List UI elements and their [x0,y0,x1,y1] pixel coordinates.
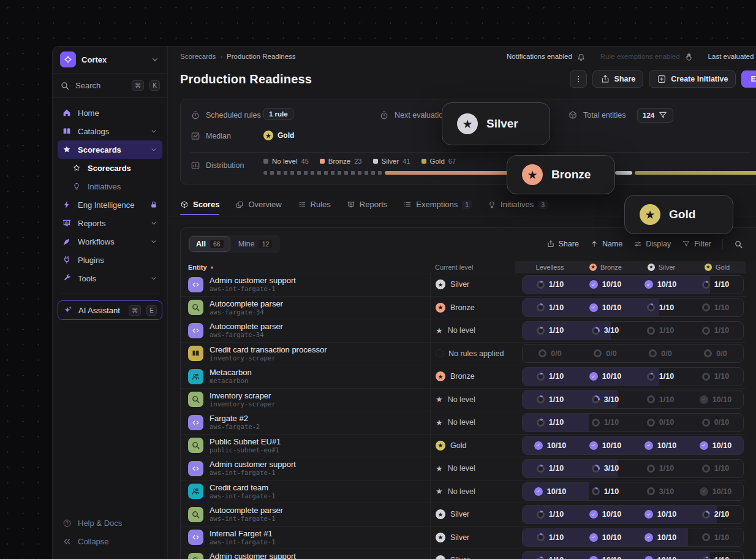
table-row[interactable]: Admin customer supportaws-int-fargate-1★… [181,457,746,480]
score-cell-bronze[interactable]: 3/10 [578,395,633,404]
score-cell-levelless[interactable]: 1/10 [523,418,578,427]
tab-scores[interactable]: Scores [180,200,219,215]
scheduled-rules-value[interactable]: 1 rule [263,108,293,120]
table-row[interactable]: Credit card teamaws-int-fargate-1★No lev… [181,480,746,503]
score-cell-bronze[interactable]: 10/10 [578,441,633,450]
score-cell-bronze[interactable]: 1/10 [578,487,633,496]
entity-name[interactable]: Metacarbon [210,368,252,377]
search-button[interactable]: Search ⌘ K [53,74,167,98]
score-cell-levelless[interactable]: 1/10 [523,280,578,289]
table-row[interactable]: Autocomplete parseraws-fargate-34★No lev… [181,319,746,342]
score-cell-gold[interactable]: 1/10 [688,556,743,559]
table-row[interactable]: Autocomplete parseraws-int-fargate-1★Sil… [181,503,746,526]
score-cell-bronze[interactable]: 1/10 [578,418,633,427]
entity-name[interactable]: Credit card team [210,483,275,492]
tab-overview[interactable]: Overview [235,200,281,215]
entity-name[interactable]: Public Subnet EU#1 [210,437,281,446]
entity-name[interactable]: Admin customer support [210,276,296,285]
sidebar-item-scorecards-sub[interactable]: Scorecards [58,159,162,177]
entity-name[interactable]: Credit card transaction processor [210,345,327,354]
score-cell-gold[interactable]: 1/10 [688,372,743,381]
score-cell-gold[interactable]: 1/10 [688,280,743,289]
column-entity[interactable]: Entity ▲ [181,261,430,273]
workspace-switcher[interactable]: Cortex [53,47,167,74]
score-cell-bronze[interactable]: 10/10 [578,303,633,312]
toolbar-share-button[interactable]: Share [546,240,579,248]
meta-item-0[interactable]: Notifications enabled [507,52,586,61]
entity-name[interactable]: Autocomplete parser [210,506,283,515]
score-cell-silver[interactable]: 10/10 [633,441,688,450]
score-cell-levelless[interactable]: 10/10 [523,487,578,496]
breadcrumb-scorecards[interactable]: Scorecards [180,53,216,60]
score-cell-levelless[interactable]: 1/10 [523,326,578,335]
sidebar-item-eng-intelligence[interactable]: Eng Intelligence [58,196,162,214]
score-cell-bronze[interactable]: 0/0 [578,349,633,358]
toolbar-display-button[interactable]: Display [633,240,671,248]
share-button[interactable]: Share [592,70,644,88]
ai-assistant-button[interactable]: AI Assistant ⌘ E [58,300,162,320]
score-cell-silver[interactable]: 0/0 [633,349,688,358]
sidebar-item-tools[interactable]: Tools [58,269,162,287]
score-cell-silver[interactable]: 1/10 [633,395,688,404]
score-cell-gold[interactable]: 0/10 [688,418,743,427]
score-cell-silver[interactable]: 1/10 [633,372,688,381]
edit-button[interactable]: Edit [741,70,756,88]
score-cell-gold[interactable]: 10/10 [688,395,743,404]
column-level-silver[interactable]: ★Silver [633,264,689,271]
score-cell-silver[interactable]: 0/10 [633,418,688,427]
entity-name[interactable]: Admin customer support [210,460,296,469]
total-entities-value[interactable]: 124 [637,108,673,123]
tab-initiatives[interactable]: Initiatives3 [488,200,548,215]
score-cell-gold[interactable]: 1/10 [688,326,743,335]
column-level-levelless[interactable]: Levelless [522,264,578,271]
toolbar-filter-button[interactable]: Filter [682,240,711,248]
sidebar-item-plugins[interactable]: Plugins [58,251,162,269]
score-cell-silver[interactable]: 1/10 [633,464,688,473]
score-cell-levelless[interactable]: 1/10 [523,510,578,519]
table-row[interactable]: Autocomplete parseraws-fargate-34★Bronze… [181,296,746,319]
sidebar-item-initiatives[interactable]: Initiatives [58,177,162,196]
entity-name[interactable]: Fargate #2 [210,414,260,423]
create-initiative-button[interactable]: Create Initiative [649,70,736,88]
meta-item-1[interactable]: Rule exemptions enabled [600,52,694,61]
score-cell-gold[interactable]: 1/10 [688,464,743,473]
column-level-gold[interactable]: ★Gold [689,264,745,271]
tab-reports[interactable]: Reports [347,200,388,215]
score-cell-bronze[interactable]: 3/10 [578,326,633,335]
score-cell-levelless[interactable]: 0/0 [523,349,578,358]
entity-name[interactable]: Autocomplete parser [210,299,283,308]
sidebar-item-collapse[interactable]: Collapse [58,532,162,550]
table-row[interactable]: Inventory scraperinventory-scraper★No le… [181,388,746,411]
more-options-button[interactable] [570,70,587,88]
score-cell-levelless[interactable]: 1/10 [523,372,578,381]
score-cell-silver[interactable]: 3/10 [633,487,688,496]
table-search-button[interactable] [734,240,743,249]
entity-name[interactable]: Inventory scraper [210,391,275,400]
table-row[interactable]: Metacarbonmetacarbon★Bronze1/1010/101/10… [181,365,746,388]
score-cell-gold[interactable]: 0/0 [688,349,743,358]
sidebar-item-help[interactable]: Help & Docs [58,514,162,532]
score-cell-gold[interactable]: 2/10 [688,510,743,519]
score-cell-levelless[interactable]: 1/10 [523,533,578,542]
score-cell-silver[interactable]: 1/10 [633,326,688,335]
entity-name[interactable]: Autocomplete parser [210,322,283,331]
score-cell-levelless[interactable]: 10/10 [523,441,578,450]
table-row[interactable]: Public Subnet EU#1public-subnet-eu#1★Gol… [181,434,746,457]
score-cell-gold[interactable]: 10/10 [688,441,743,450]
score-cell-levelless[interactable]: 1/10 [523,395,578,404]
table-row[interactable]: Credit card transaction processorinvento… [181,342,746,365]
score-cell-bronze[interactable]: 10/10 [578,280,633,289]
entity-name[interactable]: Admin customer support [210,552,296,559]
table-row[interactable]: Fargate #2aws-fargate-2★No level1/101/10… [181,411,746,434]
filter-all[interactable]: All66 [189,236,230,252]
table-row[interactable]: Admin customer supportaws-int-fargate-1★… [181,549,746,559]
score-cell-bronze[interactable]: 10/10 [578,533,633,542]
score-cell-bronze[interactable]: 10/10 [578,556,633,559]
table-row[interactable]: Internal Farget #1aws-int-fargate-1★Silv… [181,526,746,549]
score-cell-bronze[interactable]: 10/10 [578,510,633,519]
sidebar-item-home[interactable]: Home [58,104,162,122]
filter-mine[interactable]: Mine12 [232,236,279,252]
score-cell-gold[interactable]: 1/10 [688,303,743,312]
score-cell-bronze[interactable]: 10/10 [578,372,633,381]
score-cell-silver[interactable]: 1/10 [633,303,688,312]
